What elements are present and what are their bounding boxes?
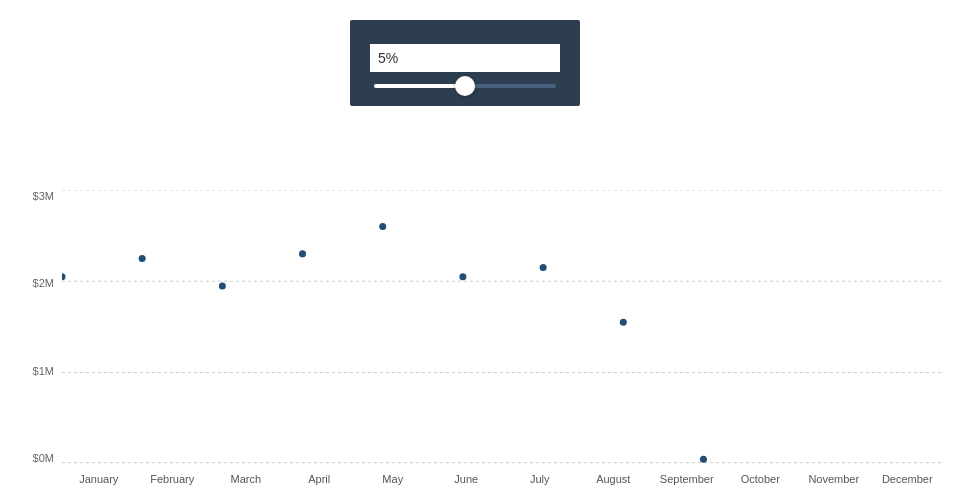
y-label-0m: $0M [33,452,54,464]
y-label-3m: $3M [33,190,54,202]
dot-mar [219,282,226,289]
x-label-jul: July [503,473,577,485]
chart-area: $3M $2M $1M $0M [20,160,944,494]
slider-fill [374,84,465,88]
svg-container [62,190,944,464]
dot-feb [139,255,146,262]
dot-jul [540,264,547,271]
dot-jan [62,273,66,280]
dot-may [379,223,386,230]
y-axis: $3M $2M $1M $0M [20,190,58,464]
x-label-apr: April [283,473,357,485]
slider-thumb[interactable] [455,76,475,96]
control-panel [350,20,580,106]
x-label-mar: March [209,473,283,485]
x-label-nov: November [797,473,871,485]
x-axis: January February March April May June Ju… [62,464,944,494]
growth-rate-input[interactable] [370,44,560,72]
x-label-jan: January [62,473,136,485]
dot-aug [620,319,627,326]
dot-jun [459,273,466,280]
y-label-1m: $1M [33,365,54,377]
x-label-may: May [356,473,430,485]
slider-track [374,84,556,88]
dot-sep [700,456,707,463]
x-label-dec: December [871,473,945,485]
x-label-sep: September [650,473,724,485]
line-chart [62,190,944,464]
chart-body: $3M $2M $1M $0M [20,190,944,494]
x-label-feb: February [136,473,210,485]
dot-apr [299,250,306,257]
x-label-jun: June [430,473,504,485]
y-label-2m: $2M [33,277,54,289]
x-label-aug: August [577,473,651,485]
x-label-oct: October [724,473,798,485]
